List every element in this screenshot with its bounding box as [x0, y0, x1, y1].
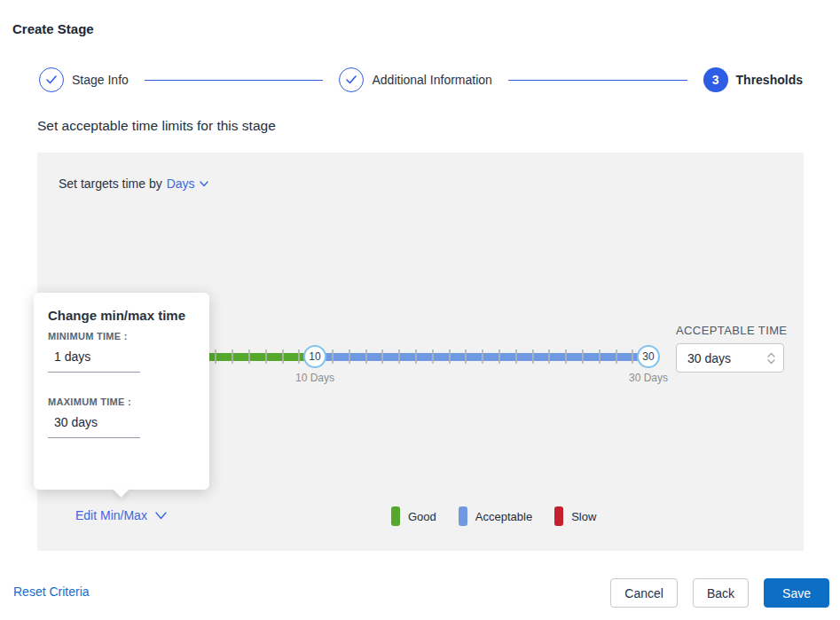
- save-button[interactable]: Save: [764, 578, 829, 608]
- check-icon: [39, 67, 64, 92]
- legend-item-good: Good: [391, 506, 436, 526]
- reset-criteria-link[interactable]: Reset Criteria: [13, 585, 90, 599]
- edit-minmax-label: Edit Min/Max: [75, 508, 147, 522]
- edit-minmax-toggle[interactable]: Edit Min/Max: [75, 508, 167, 522]
- step-thresholds[interactable]: 3 Thresholds: [703, 67, 803, 92]
- minimum-time-input[interactable]: [48, 347, 140, 373]
- legend-label: Slow: [571, 510, 596, 523]
- chevron-down-icon: [155, 512, 167, 520]
- create-stage-page: Create Stage Stage Info Additional Infor…: [0, 0, 840, 620]
- legend-label: Acceptable: [475, 510, 532, 523]
- step-label: Thresholds: [736, 73, 803, 87]
- targets-prefix-text: Set targets time by: [59, 177, 162, 191]
- acceptable-time-label: ACCEPTABLE TIME: [676, 324, 787, 337]
- chevron-down-icon[interactable]: [767, 359, 775, 365]
- legend-label: Good: [408, 510, 436, 523]
- slider-min-day-label: 10 Days: [288, 372, 341, 384]
- step-stage-info[interactable]: Stage Info: [39, 67, 129, 92]
- slider-min-handle[interactable]: 10: [303, 345, 326, 368]
- legend-swatch-acceptable: [459, 506, 467, 526]
- slider-ticks: [165, 349, 649, 364]
- slider-max-day-label: 30 Days: [622, 372, 675, 384]
- targets-unit-dropdown[interactable]: Days: [167, 177, 208, 191]
- section-heading: Set acceptable time limits for this stag…: [37, 118, 276, 134]
- stepper-connector: [145, 80, 324, 81]
- slider-max-handle[interactable]: 30: [637, 345, 660, 368]
- legend: Good Acceptable Slow: [391, 506, 596, 526]
- popover-title: Change min/max time: [48, 308, 195, 323]
- acceptable-time-input[interactable]: 30 days: [676, 343, 784, 373]
- step-number-badge: 3: [703, 67, 728, 92]
- check-icon: [339, 67, 364, 92]
- change-minmax-popover: Change min/max time MINIMUM TIME : MAXIM…: [34, 293, 209, 490]
- legend-item-acceptable: Acceptable: [459, 506, 532, 526]
- page-title: Create Stage: [12, 21, 94, 36]
- acceptable-time-stepper: [767, 352, 783, 365]
- maximum-time-input[interactable]: [48, 412, 140, 438]
- stepper: Stage Info Additional Information 3 Thre…: [39, 67, 803, 93]
- back-button[interactable]: Back: [693, 578, 749, 608]
- step-label: Stage Info: [72, 73, 129, 87]
- targets-unit-value: Days: [167, 177, 195, 191]
- chevron-up-icon[interactable]: [767, 352, 775, 357]
- set-targets-row: Set targets time by Days: [59, 177, 208, 191]
- acceptable-time-value: 30 days: [677, 351, 767, 365]
- cancel-button[interactable]: Cancel: [610, 578, 678, 608]
- step-label: Additional Information: [372, 73, 491, 87]
- maximum-time-label: MAXIMUM TIME :: [48, 396, 195, 407]
- stepper-connector: [508, 80, 687, 81]
- step-additional-information[interactable]: Additional Information: [339, 67, 491, 92]
- minimum-time-label: MINIMUM TIME :: [48, 331, 195, 341]
- legend-item-slow: Slow: [554, 506, 596, 526]
- chevron-down-icon: [200, 181, 208, 187]
- legend-swatch-slow: [554, 506, 563, 526]
- footer-actions: Cancel Back Save: [610, 578, 829, 608]
- legend-swatch-good: [391, 506, 400, 526]
